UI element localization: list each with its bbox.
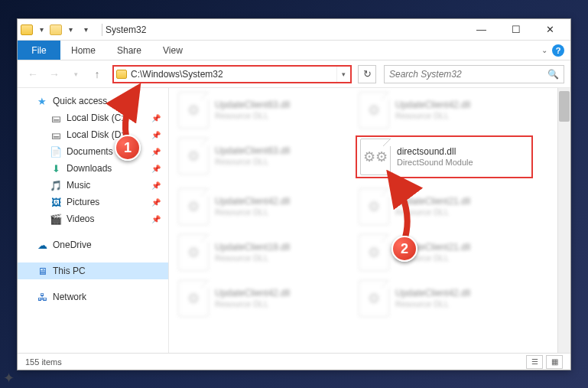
file-item[interactable]: ⚙UpdateClient42.dllResource DLL xyxy=(178,187,346,226)
desktop-decoration: ✦ xyxy=(3,370,15,386)
help-icon[interactable]: ? xyxy=(552,44,564,57)
file-item[interactable]: ⚙UpdateClient63.dllResource DLL xyxy=(178,91,346,129)
qat-dropdown-icon[interactable]: ▾ xyxy=(63,23,77,37)
status-count: 155 items xyxy=(25,357,62,367)
annotation-1: 1 xyxy=(116,84,162,156)
network-icon: 🖧 xyxy=(36,291,48,303)
maximize-button[interactable]: ☐ xyxy=(499,19,533,41)
sidebar-item-label: Quick access xyxy=(53,96,107,106)
tab-view[interactable]: View xyxy=(152,41,193,60)
back-button[interactable]: ← xyxy=(24,65,42,83)
sidebar-item-label: Network xyxy=(53,292,86,302)
scrollbar[interactable] xyxy=(557,88,570,353)
annotation-2: 2 xyxy=(373,170,427,257)
file-item[interactable]: ⚙UpdateClient42.dllResource DLL xyxy=(359,279,527,318)
doc-icon: 📄 xyxy=(50,145,62,158)
file-desc: Resource DLL xyxy=(215,299,290,309)
window-controls: — ☐ ✕ xyxy=(464,19,567,41)
star-icon: ★ xyxy=(36,95,48,107)
pin-icon: 📌 xyxy=(151,165,161,173)
file-item[interactable]: ⚙UpdateClient42.dllResource DLL xyxy=(178,279,346,318)
refresh-button[interactable]: ↻ xyxy=(358,65,376,83)
forward-button[interactable]: → xyxy=(45,65,63,83)
view-icons-button[interactable]: ▦ xyxy=(546,355,563,369)
sidebar-network[interactable]: 🖧 Network xyxy=(18,289,168,305)
sidebar-item-music[interactable]: 🎵Music📌 xyxy=(18,177,168,194)
file-desc: DirectSound Module xyxy=(397,158,473,168)
qat-dropdown-icon[interactable]: ▾ xyxy=(34,23,48,37)
nav-bar: ← → ▾ ↑ C:\Windows\System32 ▾ ↻ 🔍 xyxy=(18,60,570,88)
status-bar: 155 items ☰ ▦ xyxy=(18,353,570,370)
file-name: UpdateClient42.dll xyxy=(215,288,290,298)
address-bar[interactable]: C:\Windows\System32 ▾ xyxy=(112,65,352,83)
view-details-button[interactable]: ☰ xyxy=(526,355,543,369)
recent-dropdown-icon[interactable]: ▾ xyxy=(67,65,85,83)
sidebar-item-pictures[interactable]: 🖼Pictures📌 xyxy=(18,194,168,210)
folder-icon xyxy=(21,24,33,35)
search-icon[interactable]: 🔍 xyxy=(547,69,559,80)
pin-icon: 📌 xyxy=(151,215,161,223)
pic-icon: 🖼 xyxy=(50,196,62,208)
file-name: UpdateClient63.dll xyxy=(215,99,290,110)
up-button[interactable]: ↑ xyxy=(88,65,106,83)
file-item[interactable]: ⚙UpdateClient63.dllResource DLL xyxy=(178,137,346,175)
ribbon: File Home Share View ⌄ ? xyxy=(18,41,570,60)
overflow-icon[interactable]: ▾ xyxy=(79,23,93,37)
content-pane: ⚙UpdateClient63.dllResource DLL⚙UpdateCl… xyxy=(169,88,570,353)
dll-icon: ⚙ xyxy=(359,92,389,129)
tab-share[interactable]: Share xyxy=(106,41,152,60)
sidebar-item-label: Documents xyxy=(67,146,113,157)
callout-number: 1 xyxy=(124,140,132,156)
drive-icon: 🖴 xyxy=(50,112,62,124)
down-icon: ⬇ xyxy=(50,162,62,174)
file-name: UpdateClient42.dll xyxy=(395,288,470,298)
sidebar-item-label: OneDrive xyxy=(53,240,92,250)
file-name: UpdateClient42.dll xyxy=(215,196,290,207)
search-input[interactable] xyxy=(389,69,547,80)
pin-icon: 📌 xyxy=(151,198,161,207)
drive-icon: 🖴 xyxy=(50,129,62,141)
close-button[interactable]: ✕ xyxy=(533,19,567,41)
callout-number: 2 xyxy=(401,241,408,257)
file-desc: Resource DLL xyxy=(395,299,470,309)
dll-icon: ⚙ xyxy=(359,280,389,317)
search-box[interactable]: 🔍 xyxy=(384,65,564,83)
tab-home[interactable]: Home xyxy=(60,41,106,60)
scrollbar-thumb[interactable] xyxy=(559,91,570,122)
file-desc: Resource DLL xyxy=(215,157,290,167)
dll-icon: ⚙ xyxy=(178,138,209,174)
explorer-window: ▾ ▾ ▾ System32 — ☐ ✕ File Home Share Vie… xyxy=(17,18,571,370)
sidebar-item-label: Videos xyxy=(67,214,94,224)
minimize-button[interactable]: — xyxy=(464,19,499,41)
file-desc: Resource DLL xyxy=(215,253,290,263)
file-name: UpdateClient42.dll xyxy=(395,99,470,110)
qat: ▾ ▾ ▾ xyxy=(21,23,93,37)
sidebar-item-downloads[interactable]: ⬇Downloads📌 xyxy=(18,160,168,177)
sidebar-this-pc[interactable]: 🖥 This PC xyxy=(18,262,168,279)
sidebar-item-videos[interactable]: 🎬Videos📌 xyxy=(18,210,168,227)
sidebar-item-label: Music xyxy=(67,180,90,191)
file-menu[interactable]: File xyxy=(18,41,60,60)
dll-icon: ⚙ xyxy=(178,234,209,271)
expand-ribbon-icon[interactable]: ⌄ xyxy=(541,46,547,54)
file-grid[interactable]: ⚙UpdateClient63.dllResource DLL⚙UpdateCl… xyxy=(169,88,557,353)
sidebar-onedrive[interactable]: ☁ OneDrive xyxy=(18,236,168,253)
pin-icon: 📌 xyxy=(151,181,161,190)
address-dropdown-icon[interactable]: ▾ xyxy=(336,67,350,82)
sidebar-item-label: Pictures xyxy=(67,197,99,207)
folder-icon xyxy=(114,70,129,79)
file-name: directsound.dll xyxy=(397,146,473,157)
file-desc: Resource DLL xyxy=(215,207,290,217)
sidebar-item-label: This PC xyxy=(53,266,86,276)
music-icon: 🎵 xyxy=(50,179,62,191)
vid-icon: 🎬 xyxy=(50,213,62,225)
file-desc: Resource DLL xyxy=(215,111,290,121)
file-item[interactable]: ⚙UpdateClient19.dllResource DLL xyxy=(178,233,346,272)
title-bar: ▾ ▾ ▾ System32 — ☐ ✕ xyxy=(18,19,570,41)
file-item[interactable]: ⚙UpdateClient42.dllResource DLL xyxy=(359,91,527,129)
cloud-icon: ☁ xyxy=(36,239,48,251)
file-name: UpdateClient63.dll xyxy=(215,145,290,156)
address-path[interactable]: C:\Windows\System32 xyxy=(129,69,336,80)
dll-icon: ⚙ xyxy=(178,280,209,317)
dll-icon: ⚙ xyxy=(178,188,209,225)
